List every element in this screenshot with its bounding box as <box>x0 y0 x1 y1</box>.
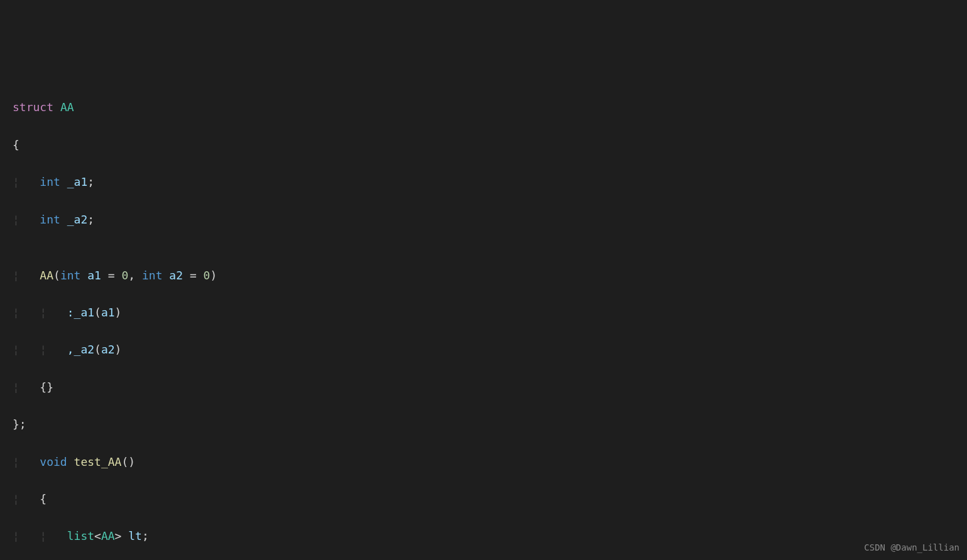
watermark: CSDN @Dawn_Lillian <box>864 541 959 555</box>
code-line: }; <box>0 415 967 434</box>
code-line: { <box>0 136 967 154</box>
code-line: ¦ ¦ ,_a2(a2) <box>0 340 967 359</box>
code-line: ¦ ¦ :_a1(a1) <box>0 303 967 322</box>
code-line: ¦ ¦ list<AA> lt; <box>0 527 967 546</box>
code-line: ¦ { <box>0 490 967 509</box>
code-line: ¦ AA(int a1 = 0, int a2 = 0) <box>0 266 967 285</box>
code-line: struct AA <box>0 98 967 117</box>
code-editor[interactable]: struct AA { ¦ int _a1; ¦ int _a2; ¦ AA(i… <box>0 80 967 560</box>
code-line: ¦ int _a1; <box>0 173 967 191</box>
code-line: ¦ void test_AA() <box>0 453 967 471</box>
keyword: struct <box>13 100 53 114</box>
classname: AA <box>60 100 74 114</box>
code-line: ¦ {} <box>0 378 967 397</box>
code-line: ¦ int _a2; <box>0 210 967 229</box>
